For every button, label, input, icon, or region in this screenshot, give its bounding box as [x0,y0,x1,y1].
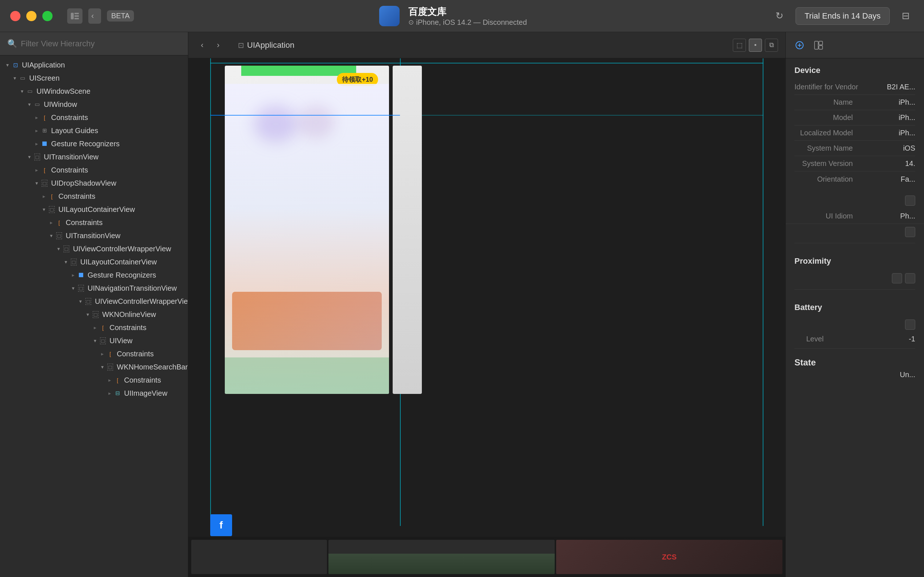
tree-icon: □ [40,179,49,187]
tree-icon: [ [40,166,49,174]
view-btn-solid[interactable]: ▪ [749,39,762,52]
tree-item[interactable]: ▸⊞Layout Guides [0,124,188,137]
canvas-panel: ‹ › ⊡ UIApplication ⬚ ▪ ⧉ [188,32,785,577]
tree-icon: [ [40,113,49,122]
prop-val-orientation: Fa... [853,175,915,184]
thumb-2 [328,540,555,574]
tree-item[interactable]: ▾□UIView [0,334,188,347]
level-key: Level [795,335,824,343]
main-content: 🔍 ▾⊡UIApplication▾▭UIScreen▾▭UIWindowSce… [0,32,924,577]
back-icon[interactable]: ‹ [91,11,94,21]
prop-val-vendor: B2I AE... [858,83,915,91]
tree-icon: ▭ [26,87,34,95]
tree-icon [77,271,86,279]
tree-item[interactable]: ▾□UITransitionView [0,150,188,163]
app-device: ⊙ iPhone, iOS 14.2 — Disconnected [409,18,527,27]
device-properties: Identifier for Vendor B2I AE... Name iPh… [786,79,924,193]
tree-item[interactable]: ▸Gesture Recognizers [0,137,188,150]
property-row-sysname: System Name iOS [795,141,915,156]
prop-key-model: Model [795,113,853,122]
battery-toggle[interactable] [905,319,915,330]
tree-item[interactable]: ▾▭UIWindowScene [0,85,188,98]
close-button[interactable] [10,11,21,21]
proximity-section-title: Proximity [786,249,924,270]
svg-rect-1 [74,13,79,14]
tree-item[interactable]: ▸⊟UIImageView [0,387,188,400]
tree-item[interactable]: ▸[Constraints [0,163,188,177]
tree-item[interactable]: ▾□UIViewControllerWrapperView [0,242,188,255]
tree-item[interactable]: ▾□UITransitionView [0,229,188,242]
tree-item[interactable]: ▾▭UIWindow [0,98,188,111]
tree-item[interactable]: ▾□UINavigationTransitionView [0,282,188,295]
tree-label: UITransitionView [66,232,120,240]
idiom-checkbox[interactable] [905,227,915,237]
tree-icon: □ [69,258,78,266]
tree-item[interactable]: ▾□UILayoutContainerView [0,255,188,268]
canvas-nav: ‹ › [195,39,225,52]
layout-tab[interactable] [812,39,825,52]
canvas-back-button[interactable]: ‹ [195,39,209,52]
prop-key-vendor: Identifier for Vendor [795,83,858,91]
guide-v-right [763,58,763,526]
divider-2 [795,289,915,290]
svg-rect-7 [819,45,822,49]
tree-icon: □ [33,153,42,161]
prop-val-model: iPh... [853,113,915,122]
tree-item[interactable]: ▾⊡UIApplication [0,58,188,71]
tree-item[interactable]: ▸[Constraints [0,347,188,360]
proximity-toggle-1[interactable] [892,273,902,284]
prop-val-idiom: Ph... [853,212,915,220]
tree-item[interactable]: ▸[Constraints [0,374,188,387]
properties-tab[interactable] [793,39,806,52]
canvas-view-buttons: ⬚ ▪ ⧉ [733,39,778,52]
battery-toggle-row [786,317,924,333]
property-row-orientation: Orientation Fa... [795,171,915,187]
tree-label: UIImageView [124,389,168,398]
tree-icon: □ [84,297,93,306]
state-label: State [795,358,915,367]
minimize-button[interactable] [26,11,37,21]
proximity-toggle-2[interactable] [905,273,915,284]
titlebar-center: 百度文库 ⊙ iPhone, iOS 14.2 — Disconnected [134,5,772,27]
tree-item[interactable]: ▸[Constraints [0,111,188,124]
tree-item[interactable]: ▾▭UIScreen [0,71,188,85]
sidebar-toggle-button[interactable] [67,8,82,24]
device-section-title: Device [786,58,924,79]
titlebar: ‹ › BETA 百度文库 ⊙ iPhone, iOS 14.2 — Disco… [0,0,924,32]
prop-val-sysver: 14. [853,160,915,168]
tree-icon: □ [99,336,107,345]
tree-item[interactable]: ▾□UIDropShadowView [0,177,188,190]
canvas-area[interactable]: 待领取+10 ZCS [188,58,785,577]
tree-item[interactable]: ▾□WKNHomeSearchBarView [0,360,188,374]
prop-val-sysname: iOS [853,144,915,153]
state-value: Un... [900,371,915,379]
maximize-button[interactable] [42,11,53,21]
tree-icon: □ [62,244,71,253]
tree-item[interactable]: ▾□WKNOnlineView [0,308,188,321]
tree-icon: ⊟ [113,389,122,398]
tree-label: Gesture Recognizers [51,140,120,148]
tree-item[interactable]: ▾□UIViewControllerWrapperView [0,295,188,308]
tree-label: Constraints [51,166,88,174]
orientation-checkbox[interactable] [905,195,915,206]
canvas-forward-button[interactable]: › [212,39,225,52]
tree-label: UILayoutContainerView [80,258,157,266]
refresh-button[interactable]: ↻ [772,9,787,23]
tree-item[interactable]: ▾□UILayoutContainerView [0,203,188,216]
tree-label: Constraints [66,218,103,227]
tree-item[interactable]: ▸[Constraints [0,216,188,229]
search-input[interactable] [21,39,181,48]
property-row-model: Model iPh... [795,110,915,126]
tree-item[interactable]: ▸[Constraints [0,190,188,203]
view-btn-outline[interactable]: ⬚ [733,39,746,52]
breadcrumb-icon: ⊡ [238,41,244,50]
prop-val-localized: iPh... [853,129,915,137]
back-forward-nav[interactable]: ‹ › [88,8,101,24]
tree-item[interactable]: ▸Gesture Recognizers [0,268,188,282]
tree-item[interactable]: ▸[Constraints [0,321,188,334]
thumbnail-strip: ZCS [188,537,785,577]
layout-toggle-button[interactable]: ⊟ [898,9,913,23]
tree-label: Constraints [110,324,146,332]
view-btn-3d[interactable]: ⧉ [765,39,778,52]
tree-label: UITransitionView [44,153,99,161]
